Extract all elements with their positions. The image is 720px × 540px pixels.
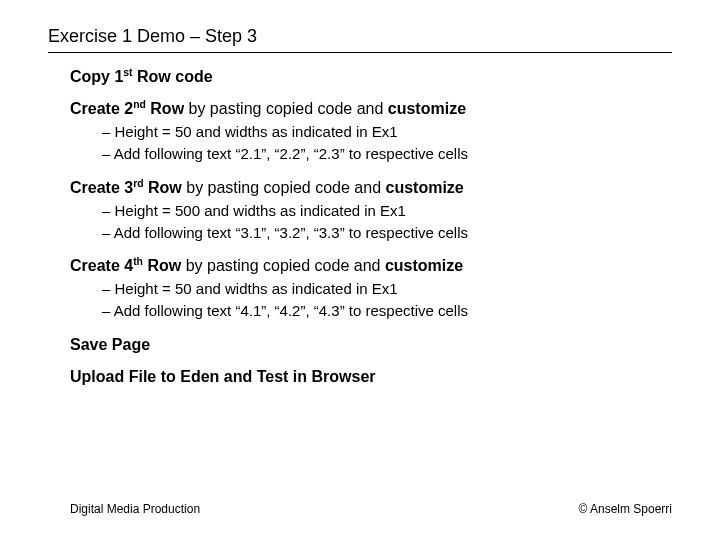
text: Create 3: [70, 179, 133, 196]
section-head: Create 4th Row by pasting copied code an…: [70, 257, 670, 275]
text: customize: [385, 179, 463, 196]
text: Create 4: [70, 257, 133, 274]
bullet-item: Height = 50 and widths as indicated in E…: [102, 122, 670, 142]
bullet-item: Add following text “2.1”, “2.2”, “2.3” t…: [102, 144, 670, 164]
section-head: Copy 1st Row code: [70, 68, 670, 86]
footer-right: © Anselm Spoerri: [578, 502, 672, 516]
section-head: Create 3rd Row by pasting copied code an…: [70, 179, 670, 197]
section-row-4: Create 4th Row by pasting copied code an…: [70, 257, 670, 322]
section-head: Create 2nd Row by pasting copied code an…: [70, 100, 670, 118]
text: Save Page: [70, 336, 150, 353]
text: customize: [385, 257, 463, 274]
text: Upload File to Eden and Test in Browser: [70, 368, 376, 385]
text: by pasting copied code and: [181, 257, 385, 274]
bullet-item: Height = 50 and widths as indicated in E…: [102, 279, 670, 299]
bullet-list: Height = 50 and widths as indicated in E…: [70, 122, 670, 165]
section-row-3: Create 3rd Row by pasting copied code an…: [70, 179, 670, 244]
section-row-2: Create 2nd Row by pasting copied code an…: [70, 100, 670, 165]
text: Row: [144, 179, 182, 196]
text: by pasting copied code and: [182, 179, 386, 196]
text: customize: [388, 100, 466, 117]
section-head: Save Page: [70, 336, 670, 354]
slide-body: Copy 1st Row code Create 2nd Row by past…: [70, 68, 670, 400]
slide-title: Exercise 1 Demo – Step 3: [48, 26, 257, 47]
ordinal-suffix: st: [123, 67, 132, 78]
ordinal-suffix: th: [133, 256, 143, 267]
text: Row code: [133, 68, 213, 85]
bullet-item: Add following text “4.1”, “4.2”, “4.3” t…: [102, 301, 670, 321]
bullet-item: Add following text “3.1”, “3.2”, “3.3” t…: [102, 223, 670, 243]
ordinal-suffix: nd: [133, 99, 146, 110]
bullet-item: Height = 500 and widths as indicated in …: [102, 201, 670, 221]
title-underline: [48, 52, 672, 53]
section-save: Save Page: [70, 336, 670, 354]
footer-left: Digital Media Production: [70, 502, 200, 516]
ordinal-suffix: rd: [133, 177, 143, 188]
section-copy-row: Copy 1st Row code: [70, 68, 670, 86]
bullet-list: Height = 50 and widths as indicated in E…: [70, 279, 670, 322]
text: Row: [146, 100, 184, 117]
section-upload: Upload File to Eden and Test in Browser: [70, 368, 670, 386]
slide: Exercise 1 Demo – Step 3 Copy 1st Row co…: [0, 0, 720, 540]
section-head: Upload File to Eden and Test in Browser: [70, 368, 670, 386]
text: by pasting copied code and: [184, 100, 388, 117]
text: Row: [143, 257, 181, 274]
bullet-list: Height = 500 and widths as indicated in …: [70, 201, 670, 244]
text: Create 2: [70, 100, 133, 117]
text: Copy 1: [70, 68, 123, 85]
